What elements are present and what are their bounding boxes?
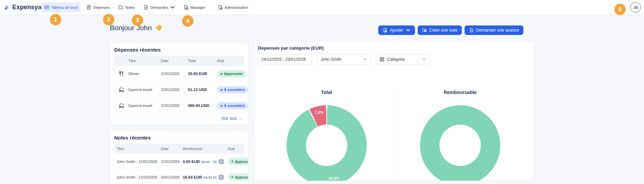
expense-title: Egencia travel bbox=[128, 88, 161, 92]
column-header-titre: Titre bbox=[114, 147, 161, 151]
folder-icon bbox=[118, 5, 123, 10]
button-label: Créer une note bbox=[429, 28, 457, 33]
category-filters: John Smith Catégorie bbox=[258, 54, 534, 65]
note-reimbursed-of: /30.00 bbox=[201, 160, 210, 164]
annotation-badge-1: 1 bbox=[50, 14, 61, 25]
chevron-down-icon bbox=[363, 57, 367, 61]
expense-total: 51.12 USD bbox=[188, 88, 217, 92]
nav-label: Dépenses bbox=[93, 5, 110, 10]
create-note-button[interactable]: Créer une note bbox=[418, 25, 462, 35]
note-date: 16/01/2026 bbox=[161, 175, 183, 179]
traveler-select[interactable]: John Smith bbox=[317, 54, 371, 65]
expenses-table-header: Titre Date Total Etat bbox=[114, 56, 244, 66]
expense-title: Dinner bbox=[128, 72, 161, 76]
button-label: Demander une avance bbox=[476, 28, 519, 33]
recent-notes-card: Notes récentes Titre Date Remboursé Etat… bbox=[110, 130, 248, 184]
expense-total: 30.00 EUR bbox=[188, 72, 217, 76]
recent-expenses-title: Dépenses récentes bbox=[110, 43, 248, 56]
button-label: Ajouter bbox=[390, 28, 403, 33]
reimbursable-chart-block: Remboursable Hébergement bbox=[404, 65, 516, 181]
annotation-badge-2: 2 bbox=[103, 14, 114, 25]
note-title: John Smith - 12/15/2025 bbox=[114, 175, 161, 179]
nav-label: Manager bbox=[190, 5, 205, 10]
nav-item-expenses[interactable]: Dépenses bbox=[84, 2, 113, 12]
note-title: John Smith - 21/01/2026 bbox=[114, 160, 161, 164]
column-header-etat: Etat bbox=[217, 59, 244, 63]
status-badge: À soumettre bbox=[217, 86, 248, 93]
status-badge: À soumettre bbox=[217, 102, 248, 109]
expense-row[interactable]: Egencia travel 22/01/2026 51.12 USD À so… bbox=[114, 82, 244, 98]
nav-item-administration[interactable]: Administration bbox=[215, 2, 251, 12]
note-row[interactable]: John Smith - 21/01/2026 21/01/2026 0.00 … bbox=[114, 154, 244, 169]
dashboard-icon bbox=[44, 5, 49, 10]
expensya-dashboard: Expensya Tableau de bord Dépenses bbox=[0, 0, 644, 184]
note-row[interactable]: John Smith - 12/15/2025 16/01/2026 16.50… bbox=[114, 169, 244, 184]
donut-chart-total: 92.8%7.2% bbox=[286, 105, 367, 181]
recent-expenses-card: Dépenses récentes Titre Date Total Etat … bbox=[110, 42, 248, 125]
expense-date: 21/01/2026 bbox=[161, 104, 188, 108]
expense-total: 400.00 USD bbox=[188, 104, 217, 108]
expensya-logo[interactable]: Expensya bbox=[0, 4, 41, 11]
note-count: 1x bbox=[213, 160, 217, 164]
category-select-value: Catégorie bbox=[387, 57, 405, 62]
user-avatar[interactable]: JS bbox=[630, 2, 641, 13]
expense-title: Egencia travel bbox=[128, 104, 161, 108]
notes-table-header: Titre Date Remboursé Etat bbox=[114, 144, 244, 154]
folder-plus-icon bbox=[422, 28, 427, 33]
column-header-rembourse: Remboursé bbox=[183, 147, 213, 151]
donut-chart-reimbursable bbox=[420, 105, 500, 181]
waving-hand-icon bbox=[155, 24, 163, 32]
status-badge: Approuvé bbox=[228, 158, 248, 165]
expense-date: 21/01/2026 bbox=[161, 72, 188, 76]
status-dot bbox=[231, 176, 233, 178]
header-actions: Ajouter Créer une note Demander une avan… bbox=[378, 25, 523, 35]
status-dot bbox=[231, 161, 233, 162]
file-plus-icon bbox=[469, 28, 474, 33]
file-plus-icon bbox=[143, 5, 149, 10]
status-dot bbox=[221, 105, 222, 107]
nav-label: Administration bbox=[225, 5, 248, 10]
expense-list-icon bbox=[219, 175, 224, 180]
nav-item-dashboard[interactable]: Tableau de bord bbox=[41, 2, 81, 12]
view-all-expenses-link[interactable]: Voir tout → bbox=[221, 116, 243, 121]
charts-divider bbox=[394, 92, 394, 181]
file-check-icon bbox=[184, 5, 189, 10]
nav-item-requests[interactable]: Demandes bbox=[141, 2, 178, 12]
expensya-logo-icon bbox=[4, 4, 9, 11]
nav-item-manager[interactable]: Manager bbox=[181, 2, 208, 12]
expense-date: 22/01/2026 bbox=[161, 88, 188, 92]
nav-label: Notes bbox=[125, 5, 135, 10]
column-header-date: Date bbox=[161, 147, 183, 151]
date-range-input[interactable] bbox=[261, 57, 308, 62]
note-reimbursed: 0.00 EUR bbox=[183, 160, 200, 164]
brand-name: Expensya bbox=[12, 4, 41, 11]
note-reimbursed: 16.50 EUR bbox=[183, 175, 202, 179]
file-gear-icon bbox=[218, 5, 223, 10]
nav-item-notes[interactable]: Notes bbox=[116, 2, 138, 12]
donut-slice-label: 7.2% bbox=[315, 110, 323, 114]
request-advance-button[interactable]: Demander une avance bbox=[465, 25, 523, 35]
chevron-down-icon bbox=[170, 5, 175, 10]
expense-row[interactable]: Dinner 21/01/2026 30.00 EUR Approuvée bbox=[114, 66, 244, 82]
restaurant-icon bbox=[118, 71, 125, 77]
total-chart-block: Total 92.8%7.2% HébergementRestauration bbox=[271, 65, 383, 181]
chart-title-reimbursable: Remboursable bbox=[404, 90, 516, 95]
expense-list-icon bbox=[219, 159, 224, 164]
expense-row[interactable]: Egencia travel 21/01/2026 400.00 USD À s… bbox=[114, 98, 244, 114]
add-expense-button[interactable]: Ajouter bbox=[378, 25, 415, 35]
column-header-titre: Titre bbox=[128, 59, 161, 63]
column-header-total: Total bbox=[188, 59, 217, 63]
chevron-down-icon bbox=[422, 57, 426, 61]
hotel-icon bbox=[118, 87, 125, 93]
clipboard-plus-icon bbox=[383, 28, 387, 33]
status-dot bbox=[221, 89, 222, 91]
main-nav: Tableau de bord Dépenses Notes Demandes bbox=[41, 2, 251, 12]
category-select[interactable]: Catégorie bbox=[376, 54, 430, 65]
greeting-text: Bonjour John bbox=[110, 24, 152, 32]
nav-label: Demandes bbox=[150, 5, 168, 10]
top-navigation-bar: Expensya Tableau de bord Dépenses bbox=[0, 0, 644, 15]
arrow-right-icon: → bbox=[239, 116, 243, 121]
column-header-date: Date bbox=[161, 59, 188, 63]
annotation-badge-5: 5 bbox=[614, 4, 626, 15]
category-panel-title: Dépenses par catégorie (EUR) bbox=[255, 41, 534, 53]
